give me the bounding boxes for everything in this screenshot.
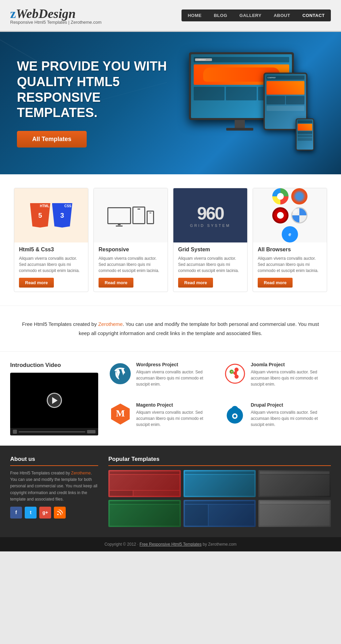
info-section: Free Html5 Templates created by Zerothem…: [0, 306, 341, 352]
info-text: Free Html5 Templates created by Zerothem…: [20, 319, 321, 338]
facebook-icon[interactable]: f: [10, 507, 22, 519]
grid-image: 960 GRID SYSTEM: [173, 188, 247, 242]
footer: About us Free Html5 Templates created by…: [0, 446, 341, 537]
grid-body: Grid System Aliquam viverra convallis au…: [173, 242, 247, 292]
template-thumb-5[interactable]: [184, 500, 256, 527]
wordpress-project: Wordpress Project Aliquam viverra conval…: [108, 362, 216, 395]
logo[interactable]: zWebDesign: [10, 6, 102, 21]
drupal-desc: Aliquam viverra convallis auctor. Sed ac…: [251, 409, 331, 428]
responsive-name: Responsive: [99, 247, 163, 253]
features-section: 5 HTML 3 CSS Html5 & Css3 Aliquam viverr…: [0, 174, 341, 306]
firefox-icon: [291, 188, 307, 204]
drupal-project: Drupal Project Aliquam viverra convallis…: [223, 402, 331, 436]
video-controls: [10, 428, 98, 435]
drupal-title: Drupal Project: [251, 402, 331, 408]
responsive-read-more[interactable]: Read more: [99, 278, 133, 288]
drupal-info: Drupal Project Aliquam viverra convallis…: [251, 402, 331, 428]
hero-content: WE PROVIDE YOU WITH QUALITY HTML5 RESPON…: [17, 59, 172, 147]
projects-grid: Wordpress Project Aliquam viverra conval…: [108, 362, 331, 435]
video-player[interactable]: [10, 373, 98, 435]
magento-project: M Magento Project Aliquam viverra conval…: [108, 402, 216, 436]
svg-point-7: [234, 415, 236, 417]
grid-desc: Aliquam viverra convallis auctor. Sed ac…: [178, 255, 242, 274]
feature-html5: 5 HTML 3 CSS Html5 & Css3 Aliquam viverr…: [14, 188, 88, 292]
footer-bottom: Copyright © 2012 · Free Responsive Html5…: [0, 537, 341, 551]
social-icons: f t g+: [10, 507, 98, 519]
drupal-icon: [226, 404, 244, 425]
joomla-title: Joomla Project: [251, 362, 331, 367]
all-templates-button[interactable]: All Templates: [17, 131, 87, 148]
grid-name: Grid System: [178, 247, 242, 253]
wordpress-logo: [108, 362, 132, 386]
joomla-icon: [225, 364, 245, 384]
responsive-icon: [107, 207, 154, 224]
responsive-image: [94, 188, 168, 242]
drupal-logo: [223, 402, 247, 426]
info-text-before: Free Html5 Templates created by: [22, 321, 98, 327]
html5-body: Html5 & Css3 Aliquam viverra convallis a…: [14, 242, 88, 292]
html5-image: 5 HTML 3 CSS: [14, 188, 88, 242]
browsers-read-more[interactable]: Read more: [258, 278, 293, 288]
rss-svg: [57, 510, 63, 515]
browsers-desc: Aliquam viverra convallis auctor. Sed ac…: [258, 255, 322, 274]
browsers-name: All Browsers: [258, 247, 322, 253]
joomla-logo: [223, 362, 247, 386]
footer-zerotheme-link[interactable]: Zerotheme: [71, 471, 91, 475]
play-control-icon[interactable]: [13, 430, 17, 434]
rss-icon[interactable]: [54, 507, 66, 519]
template-thumb-2[interactable]: [184, 470, 256, 497]
responsive-desc: Aliquam viverra convallis auctor. Sed ac…: [99, 255, 163, 274]
footer-about: About us Free Html5 Templates created by…: [10, 456, 98, 527]
template-thumb-6[interactable]: [258, 500, 331, 527]
footer-link[interactable]: Free Responsive Html5 Templates: [140, 542, 201, 547]
nav-blog[interactable]: BLOG: [208, 9, 233, 21]
grid-read-more[interactable]: Read more: [178, 278, 213, 288]
hero-mockup: COMPANY COMPANY: [172, 49, 328, 157]
nav-home[interactable]: HOME: [182, 9, 208, 21]
wordpress-title: Wordpress Project: [136, 362, 216, 367]
video-title: Introduction Video: [10, 362, 98, 369]
footer-templates-title: Popular Templates: [108, 456, 331, 466]
projects-section: Introduction Video: [0, 352, 341, 446]
html5-name: Html5 & Css3: [19, 247, 83, 253]
header: zWebDesign Responsive Html5 Templates | …: [0, 0, 341, 32]
magento-icon: M: [111, 404, 130, 425]
twitter-icon[interactable]: t: [25, 507, 37, 519]
joomla-info: Joomla Project Aliquam viverra convallis…: [251, 362, 331, 387]
ie-icon: e: [282, 226, 298, 242]
responsive-body: Responsive Aliquam viverra convallis auc…: [94, 242, 168, 292]
feature-responsive: Responsive Aliquam viverra convallis auc…: [93, 188, 168, 292]
browsers-body: All Browsers Aliquam viverra convallis a…: [253, 242, 327, 292]
template-thumb-4[interactable]: [108, 500, 181, 527]
play-arrow-icon: [52, 397, 58, 404]
footer-by: by Zerotheme.com: [201, 542, 236, 547]
zerotheme-link[interactable]: Zerotheme: [98, 321, 123, 327]
html5-read-more[interactable]: Read more: [19, 278, 54, 288]
template-thumb-3[interactable]: [258, 470, 331, 497]
template-thumb-1[interactable]: [108, 470, 181, 497]
video-section: Introduction Video: [10, 362, 98, 435]
wordpress-desc: Aliquam viverra convallis auctor. Sed ac…: [136, 369, 216, 387]
google-plus-icon[interactable]: g+: [39, 507, 51, 519]
play-button[interactable]: [47, 393, 62, 408]
opera-icon: [272, 207, 289, 223]
nav-gallery[interactable]: GALLERY: [233, 9, 268, 21]
svg-point-8: [57, 514, 59, 515]
magento-logo: M: [108, 402, 132, 426]
magento-desc: Aliquam viverra convallis auctor. Sed ac…: [136, 409, 216, 428]
nav-about[interactable]: ABOUT: [268, 9, 296, 21]
template-grid: [108, 470, 331, 527]
safari-icon: [291, 207, 307, 223]
browsers-icon: e: [272, 188, 307, 242]
wordpress-icon: [114, 368, 126, 380]
html5-css3-icons: 5 HTML 3 CSS: [30, 203, 72, 228]
main-nav: HOME BLOG GALLERY ABOUT CONTACT: [182, 9, 331, 21]
nav-contact[interactable]: CONTACT: [296, 9, 331, 21]
time-display: [87, 430, 95, 433]
joomla-desc: Aliquam viverra convallis auctor. Sed ac…: [251, 369, 331, 387]
feature-browsers: e All Browsers Aliquam viverra convallis…: [253, 188, 327, 292]
grid-icon: 960 GRID SYSTEM: [190, 203, 231, 228]
chrome-icon: [272, 188, 289, 204]
logo-tagline: Responsive Html5 Templates | Zerotheme.c…: [10, 20, 102, 25]
progress-bar[interactable]: [19, 431, 85, 432]
